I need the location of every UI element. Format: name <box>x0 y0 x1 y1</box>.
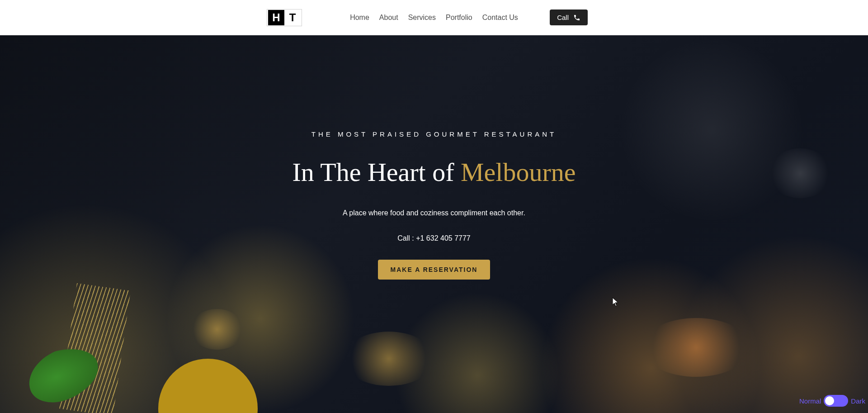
toggle-label-dark: Dark <box>851 397 865 405</box>
toggle-knob <box>825 396 834 405</box>
decor-splash <box>190 309 244 350</box>
phone-icon <box>573 14 580 21</box>
theme-toggle-group: Normal Dark <box>797 393 868 408</box>
hero-subtitle: THE MOST PRAISED GOURMET RESTAURANT <box>311 130 557 138</box>
nav-item-home[interactable]: Home <box>350 14 369 22</box>
hero-phone: Call : +1 632 405 7777 <box>397 234 470 242</box>
decor-splash <box>769 148 832 198</box>
site-header: H T Home About Services Portfolio Contac… <box>0 0 868 35</box>
nav-item-about[interactable]: About <box>379 14 398 22</box>
decor-splash <box>642 318 750 377</box>
decor-splash <box>344 332 434 386</box>
main-nav: Home About Services Portfolio Contact Us <box>350 14 518 22</box>
hero-heading: In The Heart of Melbourne <box>292 157 576 187</box>
call-button-label: Call <box>557 14 569 21</box>
call-button[interactable]: Call <box>550 9 588 25</box>
hero-heading-prefix: In The Heart of <box>292 157 461 187</box>
hero-heading-accent: Melbourne <box>461 157 576 187</box>
nav-item-services[interactable]: Services <box>408 14 436 22</box>
nav-item-contact[interactable]: Contact Us <box>482 14 518 22</box>
hero-section: THE MOST PRAISED GOURMET RESTAURANT In T… <box>0 35 868 413</box>
logo-letter-t: T <box>284 10 301 25</box>
toggle-label-normal: Normal <box>799 397 821 405</box>
theme-toggle[interactable] <box>824 395 848 407</box>
hero-tagline: A place where food and coziness complime… <box>343 209 525 217</box>
reserve-button[interactable]: MAKE A RESERVATION <box>378 260 491 280</box>
logo-letter-h: H <box>268 10 284 25</box>
site-logo[interactable]: H T <box>267 9 302 26</box>
header-inner: H T Home About Services Portfolio Contac… <box>145 9 723 26</box>
nav-item-portfolio[interactable]: Portfolio <box>446 14 472 22</box>
decor-circle <box>158 359 258 413</box>
